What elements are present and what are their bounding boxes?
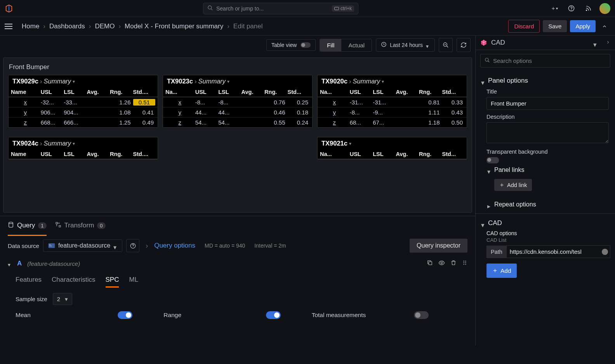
collapse-sidepane-icon[interactable] <box>599 21 610 32</box>
column-header: Std.... <box>133 89 155 95</box>
summary-table: TX9021c ▾Na...USLLSLAvg.Rng.Std... <box>317 137 467 159</box>
crumb-home[interactable]: Home <box>22 23 39 30</box>
transparent-bg-label: Transparent background <box>486 149 610 155</box>
crumb-current: Edit panel <box>233 23 263 30</box>
fill-option[interactable]: Fill <box>320 39 341 51</box>
viz-type-icon <box>480 39 487 46</box>
drag-query-icon[interactable] <box>462 260 467 267</box>
help-icon[interactable] <box>565 3 577 14</box>
query-md: MD = auto = 940 <box>205 243 245 249</box>
column-header: Name <box>11 151 40 157</box>
save-button[interactable]: Save <box>543 20 567 32</box>
table-row: x-32...-33...1.260.51 <box>9 97 158 107</box>
table-header[interactable]: TX9021c ▾ <box>318 137 467 149</box>
section-panel-links[interactable]: Panel links <box>487 166 610 173</box>
global-search[interactable]: Search or jump to... ctrl+k <box>203 3 358 14</box>
cad-add-button[interactable]: ＋Add <box>486 263 517 278</box>
add-menu[interactable]: ＋ ▾ <box>548 3 560 14</box>
cad-options-label: CAD options <box>486 230 610 236</box>
section-cad[interactable]: CAD <box>481 219 610 227</box>
summary-table: TX9020c › Summary ▾Na...USLLSLAvg.Rng.St… <box>317 75 467 128</box>
svg-point-25 <box>464 261 464 262</box>
query-options-link[interactable]: Query options <box>154 242 195 250</box>
table-header[interactable]: TX9024c › Summary ▾ <box>9 137 158 149</box>
search-icon <box>485 57 490 64</box>
duplicate-query-icon[interactable] <box>427 260 433 267</box>
svg-rect-17 <box>56 222 57 224</box>
viz-type-name[interactable]: CAD <box>491 39 505 47</box>
total-switch[interactable] <box>414 311 429 319</box>
actual-option[interactable]: Actual <box>341 39 372 51</box>
refresh-button[interactable] <box>457 38 471 52</box>
apply-button[interactable]: Apply <box>570 20 596 32</box>
column-header: Na... <box>165 89 195 95</box>
cad-list-label: CAD List <box>486 237 610 243</box>
summary-table: TX9023c › Summary ▾Na...USLLSLAvg.Rng.St… <box>163 75 313 128</box>
table-row: z54...54...0.550.24 <box>163 117 312 127</box>
hide-query-icon[interactable] <box>438 260 445 267</box>
table-header[interactable]: TX9020c › Summary ▾ <box>318 75 467 87</box>
panel-preview: Front Bumper TX9029c › Summary ▾NameUSLL… <box>3 57 472 213</box>
total-label: Total measurements <box>312 312 366 319</box>
table-row: z68...67...1.180.50 <box>318 117 467 127</box>
chevron-down-icon[interactable] <box>593 41 597 45</box>
range-switch[interactable] <box>266 311 281 319</box>
table-row: x-31...-31...0.810.33 <box>318 97 467 107</box>
column-header: LSL <box>64 89 86 95</box>
breadcrumb: Home› Dashboards› DEMO› Model X - Front … <box>22 23 262 30</box>
title-input[interactable] <box>486 97 609 110</box>
table-header[interactable]: TX9023c › Summary ▾ <box>163 75 312 87</box>
svg-point-16 <box>9 222 13 224</box>
add-link-button[interactable]: ＋Add link <box>494 179 532 191</box>
column-header: Std... <box>288 89 310 95</box>
zoom-out-button[interactable] <box>439 38 453 52</box>
column-header: LSL <box>373 89 395 95</box>
path-label: Path <box>486 246 506 258</box>
delete-query-icon[interactable] <box>450 260 457 267</box>
column-header: Na... <box>320 151 349 157</box>
crumb-dashboards[interactable]: Dashboards <box>49 23 85 30</box>
description-input[interactable] <box>486 122 609 143</box>
table-view-switch[interactable] <box>301 42 311 48</box>
rss-icon[interactable] <box>582 3 594 14</box>
query-inspector-button[interactable]: Query inspector <box>410 239 467 253</box>
tab-transform[interactable]: Transform 0 <box>55 218 106 234</box>
column-header: LSL <box>373 151 395 157</box>
time-range-picker[interactable]: Last 24 hours <box>376 38 435 52</box>
inner-tab-ml[interactable]: ML <box>129 273 138 287</box>
sample-size-label: Sample size <box>16 296 47 302</box>
inner-tab-features[interactable]: Features <box>16 273 42 287</box>
table-header[interactable]: TX9029c › Summary ▾ <box>9 75 158 87</box>
mean-switch[interactable] <box>118 311 132 319</box>
sample-size-select[interactable]: 2 <box>53 293 72 305</box>
section-repeat-options[interactable]: Repeat options <box>487 201 610 208</box>
datasource-picker[interactable]: feature-datasource <box>43 239 122 252</box>
chevron-right-icon[interactable] <box>606 39 610 47</box>
column-header: USL <box>195 89 217 95</box>
tab-query[interactable]: Query 1 <box>8 218 47 234</box>
svg-point-4 <box>586 10 587 10</box>
fill-actual-segmented: Fill Actual <box>320 39 372 52</box>
crumb-folder[interactable]: DEMO <box>95 23 115 30</box>
column-header: Rng. <box>110 151 132 157</box>
discard-button[interactable]: Discard <box>508 20 540 33</box>
menu-toggle[interactable] <box>5 21 16 32</box>
cad-path-input[interactable] <box>506 245 610 258</box>
options-search[interactable]: Search options <box>480 54 610 68</box>
user-avatar[interactable] <box>599 3 610 14</box>
datasource-help[interactable] <box>126 239 139 252</box>
column-header: Rng. <box>110 89 132 95</box>
transparent-bg-switch[interactable] <box>486 157 499 163</box>
inner-tab-characteristics[interactable]: Characteristics <box>52 273 95 287</box>
query-collapse[interactable] <box>8 262 12 265</box>
table-view-toggle[interactable]: Table view <box>266 39 316 51</box>
svg-rect-23 <box>429 262 432 265</box>
crumb-dashboard[interactable]: Model X - Front bumper summary <box>125 23 223 30</box>
inner-tab-spc[interactable]: SPC <box>106 273 119 287</box>
section-panel-options[interactable]: Panel options <box>481 77 610 85</box>
svg-rect-1 <box>334 7 339 10</box>
table-row: y44...44...0.460.18 <box>163 107 312 117</box>
column-header: USL <box>350 151 372 157</box>
column-header: Std.... <box>133 151 155 157</box>
app-logo[interactable] <box>5 4 13 13</box>
